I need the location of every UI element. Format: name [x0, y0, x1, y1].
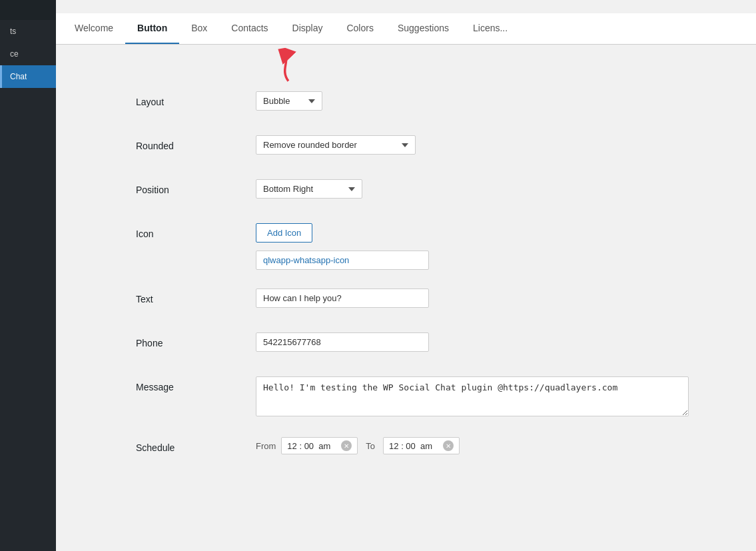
icon-name-field	[256, 251, 689, 270]
rounded-label: Rounded	[136, 135, 256, 151]
phone-row: Phone	[136, 332, 736, 358]
rounded-select[interactable]: Remove rounded border Small Medium Large…	[256, 135, 416, 155]
to-time-input[interactable]	[389, 441, 439, 451]
main-content: Welcome Button Box Contacts Display Colo…	[56, 0, 756, 551]
schedule-label: Schedule	[136, 437, 256, 453]
message-row: Message Hello! I'm testing the WP Social…	[136, 376, 736, 418]
sidebar-item-ts-label: ts	[10, 27, 48, 36]
sidebar-item-chat[interactable]: Chat	[0, 65, 56, 88]
sidebar: ts ce Chat	[0, 0, 56, 551]
sidebar-item-chat-label: Chat	[10, 72, 27, 81]
arrow-annotation	[202, 45, 756, 85]
layout-select[interactable]: Bubble Classic Custom	[256, 91, 322, 111]
phone-control	[256, 332, 689, 352]
tab-button[interactable]: Button	[125, 13, 179, 44]
tab-welcome[interactable]: Welcome	[63, 13, 125, 44]
schedule-time-row: From ✕ To ✕	[256, 437, 689, 454]
to-label: To	[366, 441, 375, 451]
tabs-bar: Welcome Button Box Contacts Display Colo…	[56, 13, 756, 45]
message-control: Hello! I'm testing the WP Social Chat pl…	[256, 376, 689, 418]
schedule-row: Schedule From ✕ To ✕	[136, 437, 736, 462]
tab-suggestions[interactable]: Suggestions	[386, 13, 461, 44]
message-textarea[interactable]: Hello! I'm testing the WP Social Chat pl…	[256, 376, 689, 416]
sidebar-item-ce-label: ce	[10, 49, 48, 59]
text-input[interactable]	[256, 288, 429, 308]
from-time-clear-button[interactable]: ✕	[341, 440, 352, 451]
phone-label: Phone	[136, 332, 256, 348]
text-label: Text	[136, 288, 256, 304]
text-row: Text	[136, 288, 736, 314]
text-control	[256, 288, 689, 308]
layout-label: Layout	[136, 91, 256, 107]
sidebar-item-ce[interactable]: ce	[0, 43, 56, 65]
icon-label: Icon	[136, 223, 256, 239]
tab-license[interactable]: Licens...	[461, 13, 520, 44]
icon-row: Icon Add Icon	[136, 223, 736, 270]
from-label: From	[256, 441, 276, 451]
rounded-row: Rounded Remove rounded border Small Medi…	[136, 135, 736, 161]
position-control: Bottom Right Bottom Left Top Right Top L…	[256, 179, 689, 199]
icon-control: Add Icon	[256, 223, 689, 270]
sidebar-top-bar	[0, 0, 56, 20]
add-icon-button[interactable]: Add Icon	[256, 223, 312, 243]
layout-row: Layout Bubble Classic Custom	[136, 91, 736, 117]
tab-display[interactable]: Display	[280, 13, 335, 44]
to-time-wrap: ✕	[383, 437, 460, 454]
rounded-control: Remove rounded border Small Medium Large…	[256, 135, 689, 155]
tab-contacts[interactable]: Contacts	[219, 13, 280, 44]
icon-name-input[interactable]	[256, 251, 429, 270]
to-time-clear-button[interactable]: ✕	[443, 440, 454, 451]
red-arrow-icon	[270, 46, 302, 87]
sidebar-item-ts[interactable]: ts	[0, 20, 56, 43]
layout-control: Bubble Classic Custom	[256, 91, 689, 111]
schedule-control: From ✕ To ✕	[256, 437, 689, 454]
tab-box[interactable]: Box	[179, 13, 219, 44]
position-select[interactable]: Bottom Right Bottom Left Top Right Top L…	[256, 179, 362, 199]
phone-input[interactable]	[256, 332, 429, 352]
position-label: Position	[136, 179, 256, 195]
from-time-input[interactable]	[287, 441, 337, 451]
tab-colors[interactable]: Colors	[334, 13, 385, 44]
position-row: Position Bottom Right Bottom Left Top Ri…	[136, 179, 736, 205]
from-time-wrap: ✕	[281, 437, 358, 454]
message-label: Message	[136, 376, 256, 392]
form-area: Layout Bubble Classic Custom Rounded Rem…	[56, 85, 756, 501]
